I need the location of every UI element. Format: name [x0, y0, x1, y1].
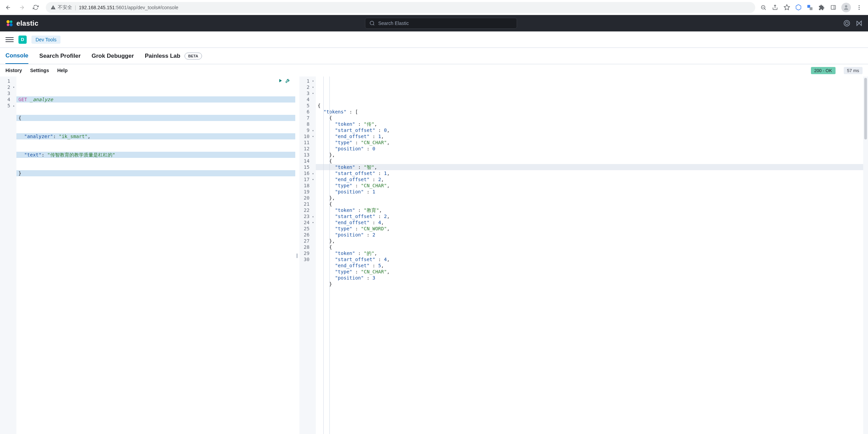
bookmark-icon[interactable] — [783, 4, 790, 11]
kebab-menu-icon[interactable] — [856, 4, 863, 11]
console-subbar: History Settings Help 200 - OK 57 ms — [0, 64, 868, 77]
svg-rect-2 — [810, 7, 812, 10]
translate-icon[interactable] — [806, 4, 813, 11]
address-bar[interactable]: 不安全 | 192.168.245.151:5601/app/dev_tools… — [46, 2, 755, 13]
tabs-bar: Console Search Profiler Grok Debugger Pa… — [0, 48, 868, 64]
global-search[interactable]: Search Elastic — [365, 18, 517, 29]
search-placeholder: Search Elastic — [378, 21, 409, 26]
run-icon[interactable] — [277, 78, 283, 83]
history-link[interactable]: History — [5, 68, 22, 73]
beta-badge: BETA — [185, 53, 202, 59]
help-link[interactable]: Help — [57, 68, 67, 73]
response-gutter: 1234567891011121314151617181920212223242… — [299, 77, 316, 434]
insecure-label: 不安全 — [58, 4, 72, 11]
forward-button[interactable] — [16, 2, 27, 13]
tab-grok-debugger[interactable]: Grok Debugger — [92, 49, 134, 64]
svg-point-5 — [845, 5, 847, 8]
share-icon[interactable] — [772, 4, 778, 11]
request-actions — [277, 78, 290, 83]
tab-console[interactable]: Console — [5, 48, 28, 64]
svg-point-12 — [10, 23, 13, 26]
elastic-header: elastic Search Elastic — [0, 15, 868, 31]
request-pane[interactable]: 1 2 3 4 5 GET _analyze { "analyzer": "ik… — [0, 77, 295, 434]
status-badge: 200 - OK — [811, 67, 836, 74]
response-viewer[interactable]: { "tokens" : [ { "token" : "传", "start_o… — [316, 77, 863, 434]
svg-point-11 — [7, 24, 10, 26]
elastic-brand-text: elastic — [16, 19, 38, 27]
panel-icon[interactable] — [830, 4, 837, 11]
zoom-icon[interactable] — [760, 4, 767, 11]
elastic-logo[interactable]: elastic — [5, 19, 38, 27]
extensions-icon[interactable] — [818, 4, 825, 11]
extension-cube-icon[interactable] — [795, 4, 802, 11]
tab-painless-lab[interactable]: Painless Lab — [145, 49, 180, 64]
svg-point-10 — [10, 21, 13, 23]
tab-search-profiler[interactable]: Search Profiler — [39, 49, 81, 64]
reload-button[interactable] — [30, 2, 41, 13]
response-scrollbar[interactable] — [863, 77, 868, 434]
request-editor[interactable]: GET _analyze { "analyzer": "ik_smart", "… — [16, 77, 295, 434]
search-icon — [369, 21, 375, 26]
breadcrumb-devtools[interactable]: Dev Tools — [31, 36, 60, 44]
time-badge: 57 ms — [844, 67, 863, 74]
browser-toolbar: 不安全 | 192.168.245.151:5601/app/dev_tools… — [0, 0, 868, 15]
wrench-icon[interactable] — [285, 78, 290, 83]
svg-point-9 — [6, 20, 10, 23]
svg-point-15 — [845, 22, 848, 25]
svg-point-7 — [859, 7, 860, 8]
response-pane[interactable]: 1234567891011121314151617181920212223242… — [299, 77, 868, 434]
url-text: 192.168.245.151:5601/app/dev_tools#/cons… — [79, 5, 178, 10]
app-badge: D — [18, 36, 27, 44]
kibana-bar: D Dev Tools — [0, 31, 868, 48]
svg-point-6 — [859, 5, 860, 6]
svg-point-8 — [859, 9, 860, 10]
elastic-logo-icon — [5, 19, 14, 27]
svg-rect-3 — [831, 5, 836, 9]
profile-avatar[interactable] — [841, 3, 851, 12]
nav-toggle[interactable] — [5, 36, 14, 44]
svg-point-14 — [844, 21, 850, 26]
svg-point-13 — [370, 21, 374, 25]
editor-area: 1 2 3 4 5 GET _analyze { "analyzer": "ik… — [0, 77, 868, 434]
scrollbar-thumb[interactable] — [864, 78, 867, 139]
request-gutter: 1 2 3 4 5 — [0, 77, 16, 434]
help-icon[interactable] — [843, 20, 850, 27]
insecure-warning: 不安全 — [51, 4, 72, 11]
newsfeed-icon[interactable] — [856, 20, 863, 27]
back-button[interactable] — [3, 2, 14, 13]
splitter[interactable]: ‖ — [295, 77, 299, 434]
settings-link[interactable]: Settings — [30, 68, 49, 73]
